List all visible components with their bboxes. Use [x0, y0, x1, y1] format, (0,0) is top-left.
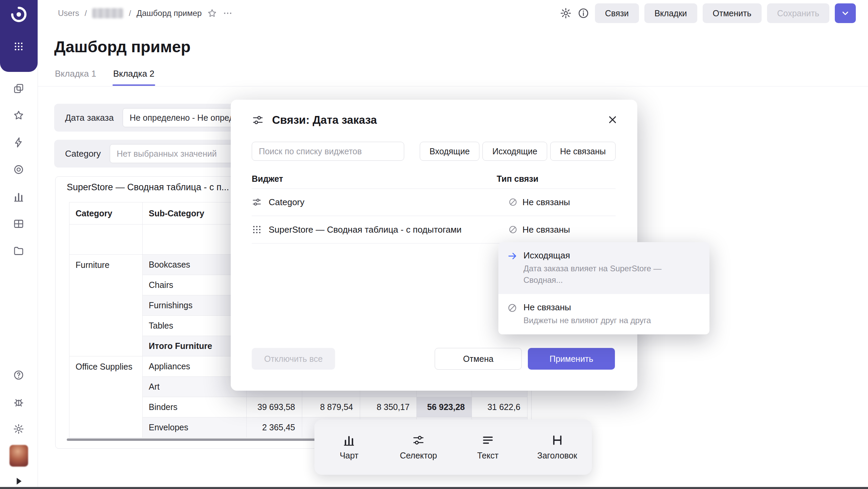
sidebar-item-rings[interactable] [13, 164, 24, 175]
play-icon[interactable] [13, 475, 24, 487]
logo-block [0, 0, 38, 72]
sliders-icon [412, 434, 425, 447]
column-widget-label: Виджет [252, 174, 283, 184]
sidebar-item-bug[interactable] [13, 396, 24, 408]
link-type-select[interactable]: Не связаны [508, 216, 570, 243]
bottom-strip [0, 487, 868, 489]
apply-button[interactable]: Применить [528, 348, 615, 370]
favorite-star-icon[interactable] [207, 8, 217, 18]
sidebar-item-gear[interactable] [13, 423, 24, 435]
toolbar-item-selector[interactable]: Селектор [384, 419, 453, 475]
save-button[interactable]: Сохранить [767, 3, 829, 23]
save-dropdown-button[interactable] [835, 3, 856, 23]
chip-incoming[interactable]: Входящие [420, 142, 480, 161]
chip-unlinked[interactable]: Не связаны [550, 142, 616, 161]
widget-name: SuperStore — Сводная таблица - с подытог… [269, 224, 461, 235]
sidebar-item-collections[interactable] [13, 83, 24, 94]
toolbar-item-heading[interactable]: Заголовок [522, 419, 592, 475]
chevron-down-icon [840, 8, 850, 18]
pivot-value-cell: 56 923,28 [417, 397, 472, 417]
link-option-outgoing[interactable]: ИсходящаяДата заказа влияет на SuperStor… [498, 242, 709, 294]
toolbar-item-label: Текст [477, 451, 498, 461]
no-link-icon [508, 225, 518, 234]
link-type-select[interactable]: Не связаны [508, 189, 570, 216]
heading-icon [551, 434, 564, 447]
page-title: Дашборд пример [54, 37, 191, 56]
cancel-button[interactable]: Отменить [703, 3, 762, 23]
link-type-value: Не связаны [522, 197, 570, 208]
toolbar-item-label: Заголовок [537, 451, 577, 461]
settings-gear-icon[interactable] [560, 7, 572, 19]
link-option-unlinked[interactable]: Не связаныВиджеты не влияют друг на друг… [498, 294, 709, 334]
chart-bars-icon [343, 434, 355, 447]
sidebar-item-flash[interactable] [13, 137, 24, 148]
toolbar-item-label: Селектор [400, 451, 437, 461]
pivot-value-cell: 31 622,6 [472, 397, 528, 417]
pivot-col-header: Category [69, 202, 143, 224]
widget-link-row: SuperStore — Сводная таблица - с подытог… [252, 216, 616, 243]
search-input[interactable] [252, 142, 404, 161]
modal-header: Связи: Дата заказа [252, 110, 618, 130]
breadcrumb-root[interactable]: Users [58, 8, 79, 18]
filter-label: Дата заказа [65, 113, 114, 123]
sidebar-item-help[interactable] [13, 369, 24, 381]
datalens-logo[interactable] [10, 5, 28, 23]
option-subtitle: Виджеты не влияют друг на друга [523, 315, 651, 326]
option-title: Исходящая [523, 250, 701, 261]
breadcrumb: Users / / Дашборд пример [58, 8, 233, 18]
pivot-value-cell: 2 365,45 [247, 417, 302, 438]
pivot-value-cell: 8 350,17 [360, 397, 417, 417]
dashboard-tabs: Вкладка 1Вкладка 2 [54, 65, 155, 86]
apps-grid-icon[interactable] [13, 41, 24, 52]
breadcrumb-separator: / [85, 8, 87, 18]
toolbar-item-chart[interactable]: Чарт [314, 419, 384, 475]
datalens-dashboard-app: Users / / Дашборд пример СвязиВкладкиОтм… [0, 0, 868, 489]
grid-dots-icon [252, 224, 262, 235]
header: Users / / Дашборд пример СвязиВкладкиОтм… [38, 0, 868, 26]
column-link-type-label: Тип связи [497, 174, 538, 184]
info-icon[interactable] [577, 7, 590, 19]
disable-all-button[interactable]: Отключить все [252, 348, 335, 370]
links-button[interactable]: Связи [595, 3, 639, 23]
option-subtitle: Дата заказа влияет на SuperStore — Сводн… [523, 263, 701, 286]
tab-2[interactable]: Вкладка 2 [112, 65, 155, 86]
no-link-icon [507, 303, 517, 313]
tab-1[interactable]: Вкладка 1 [54, 65, 97, 86]
widget-name: Category [269, 197, 305, 208]
breadcrumb-current: Дашборд пример [137, 8, 202, 18]
sidebar-item-chart-bars[interactable] [13, 191, 24, 202]
filter-label: Category [65, 149, 101, 159]
pivot-value-cell: 39 693,58 [247, 397, 302, 417]
sidebar-item-table-grid[interactable] [13, 218, 24, 230]
avatar[interactable] [9, 445, 28, 467]
widget-title: SuperStore — Сводная таблица - с п... [67, 182, 229, 193]
option-title: Не связаны [523, 302, 651, 313]
modal-title: Связи: Дата заказа [272, 114, 377, 126]
chip-outgoing[interactable]: Исходящие [482, 142, 547, 161]
modal-search-row: ВходящиеИсходящиеНе связаны [252, 142, 616, 161]
sidebar [0, 0, 38, 489]
widget-link-row: CategoryНе связаны [252, 189, 616, 216]
close-icon[interactable] [607, 114, 618, 125]
more-options-icon[interactable] [223, 8, 233, 18]
toolbar-item-text[interactable]: Текст [453, 419, 523, 475]
link-type-dropdown: ИсходящаяДата заказа влияет на SuperStor… [498, 242, 709, 334]
toolbar-item-label: Чарт [340, 451, 358, 461]
add-widget-toolbar: ЧартСелекторТекстЗаголовок [314, 419, 592, 475]
pivot-group-cell: Office Supplies [69, 356, 143, 438]
arrow-right-icon [507, 251, 517, 261]
breadcrumb-redacted-folder[interactable] [92, 8, 123, 18]
link-type-value: Не связаны [522, 224, 570, 235]
pivot-col-header [69, 224, 143, 255]
sidebar-item-star[interactable] [13, 110, 24, 121]
cancel-button[interactable]: Отмена [435, 348, 522, 370]
pivot-sub-cell: Binders [143, 397, 247, 417]
no-link-icon [508, 197, 518, 207]
breadcrumb-separator: / [129, 8, 131, 18]
text-lines-icon [481, 434, 494, 447]
tabs-button[interactable]: Вкладки [644, 3, 697, 23]
sidebar-item-folder[interactable] [13, 245, 24, 257]
pivot-value-cell: 8 879,54 [302, 397, 360, 417]
pivot-group-cell: Furniture [69, 255, 143, 356]
modal-footer: Отключить все Отмена Применить [252, 348, 616, 370]
